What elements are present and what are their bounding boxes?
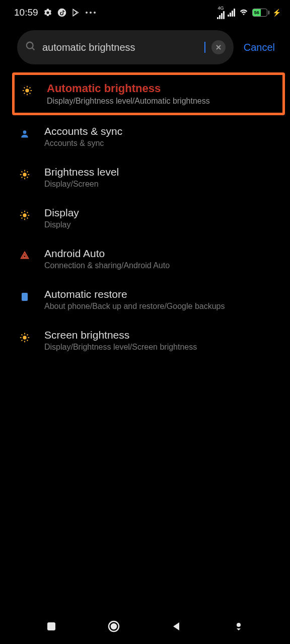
svg-point-44 (111, 624, 116, 629)
result-title: Automatic brightness (47, 82, 279, 95)
result-row-automatic-brightness[interactable]: Automatic brightness Display/Brightness … (18, 82, 279, 106)
svg-line-41 (27, 335, 28, 336)
result-row-display[interactable]: Display Display (0, 198, 290, 238)
sun-icon (18, 168, 31, 181)
svg-line-10 (24, 88, 25, 89)
tiktok-icon (57, 8, 66, 17)
clear-search-button[interactable] (211, 40, 226, 54)
result-subtitle: Accounts & sync (44, 139, 275, 148)
result-title: Accounts & sync (44, 125, 275, 137)
back-button[interactable] (169, 619, 184, 634)
recents-button[interactable] (44, 619, 59, 634)
result-subtitle: About phone/Back up and restore/Google b… (44, 302, 275, 311)
svg-point-45 (237, 623, 241, 627)
result-subtitle: Display/Brightness level/Automatic brigh… (47, 97, 279, 106)
battery-indicator: 56 (252, 9, 269, 17)
svg-line-21 (27, 177, 28, 178)
result-highlight-box: Automatic brightness Display/Brightness … (12, 72, 285, 115)
svg-line-2 (32, 48, 35, 50)
sun-icon (18, 209, 31, 222)
result-title: Automatic restore (44, 288, 275, 300)
status-bar: 10:59 4G 56 ⚡ (0, 0, 290, 25)
svg-point-5 (25, 89, 29, 92)
search-field[interactable]: automatic brightness (17, 30, 234, 64)
more-icon (86, 12, 96, 14)
result-row-accounts-sync[interactable]: Accounts & sync Accounts & sync (0, 116, 290, 157)
svg-point-1 (27, 42, 33, 49)
result-row-screen-brightness[interactable]: Screen brightness Display/Brightness lev… (0, 320, 290, 361)
svg-line-32 (27, 212, 28, 213)
svg-line-39 (27, 340, 28, 341)
result-title: Display (44, 207, 275, 219)
search-row: automatic brightness Cancel (0, 25, 290, 69)
result-subtitle: Display (44, 220, 275, 229)
gear-icon (43, 8, 52, 17)
status-left: 10:59 (14, 7, 96, 18)
navigation-bar (0, 609, 290, 644)
android-auto-icon (18, 250, 31, 263)
svg-line-12 (24, 93, 25, 94)
svg-line-23 (27, 172, 28, 173)
svg-line-29 (22, 212, 23, 213)
svg-rect-42 (47, 622, 55, 630)
svg-line-13 (30, 88, 31, 89)
search-input-text[interactable]: automatic brightness (42, 42, 205, 53)
wifi-icon (238, 7, 249, 18)
home-button[interactable] (106, 619, 121, 634)
result-title: Android Auto (44, 248, 275, 260)
svg-line-11 (30, 93, 31, 94)
search-icon (25, 41, 36, 54)
svg-line-30 (27, 218, 28, 219)
svg-point-15 (23, 173, 26, 176)
status-right: 4G 56 ⚡ (217, 6, 281, 19)
svg-point-33 (23, 336, 26, 339)
play-store-icon (71, 8, 81, 17)
result-title: Screen brightness (44, 329, 275, 341)
svg-point-0 (57, 9, 66, 17)
clock: 10:59 (14, 7, 38, 18)
sun-icon (18, 331, 31, 344)
keyboard-toggle-button[interactable] (231, 619, 246, 634)
svg-line-40 (22, 340, 23, 341)
svg-line-22 (22, 177, 23, 178)
result-row-brightness-level[interactable]: Brightness level Display/Screen (0, 157, 290, 198)
svg-point-14 (23, 130, 27, 134)
result-subtitle: Display/Brightness level/Screen brightne… (44, 343, 275, 352)
restore-icon (18, 290, 31, 303)
result-subtitle: Connection & sharing/Android Auto (44, 261, 275, 270)
charging-icon: ⚡ (272, 9, 281, 17)
result-row-automatic-restore[interactable]: Automatic restore About phone/Back up an… (0, 279, 290, 320)
svg-line-31 (22, 218, 23, 219)
result-row-android-auto[interactable]: Android Auto Connection & sharing/Androi… (0, 238, 290, 279)
person-icon (18, 127, 31, 140)
signal-2 (228, 9, 235, 17)
result-title: Brightness level (44, 166, 275, 178)
cancel-button[interactable]: Cancel (240, 38, 279, 57)
result-subtitle: Display/Screen (44, 180, 275, 189)
signal-1: 4G (217, 6, 225, 19)
text-cursor (204, 42, 205, 53)
results-list: Automatic brightness Display/Brightness … (0, 69, 290, 361)
svg-line-20 (22, 172, 23, 173)
svg-line-38 (22, 335, 23, 336)
sun-icon (21, 84, 34, 97)
svg-point-24 (23, 213, 26, 217)
